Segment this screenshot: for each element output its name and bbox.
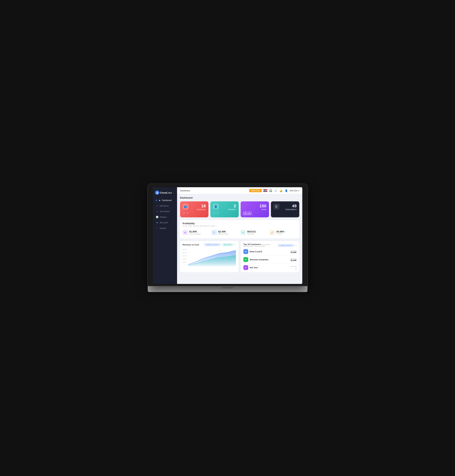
cart-icon[interactable]: 🛒 <box>274 189 278 192</box>
customer-name-at: Aim Tech <box>250 267 258 269</box>
customer-item-at: AT Aim Tech Revenue ... <box>243 265 297 270</box>
user-icon[interactable]: 👤 <box>284 189 288 192</box>
bottom-row: Revenue vs Cost 6 Billing Periods ▾ Micr… <box>180 241 299 272</box>
chevron-right-icon-4: › <box>173 222 174 224</box>
period-filter[interactable]: 6 Billing Periods ▾ <box>204 243 221 246</box>
sidebar-item-analyze[interactable]: 📊 Analyze › <box>154 214 176 220</box>
user-menu[interactable]: John Doe ▾ <box>290 190 299 192</box>
sidebar-nav: ◈ Dashboard ↗ Sell Direct › <box>153 198 177 231</box>
chip-chevron: ▾ <box>218 244 219 246</box>
revenue-label-at: Revenue <box>291 266 297 267</box>
billed-label: Billed Amount <box>218 233 228 235</box>
customer-item-ds: DS Demo S and D Revenue $3.80K <box>243 249 297 256</box>
top-customers-section: Top 10 Customers By revenue May 05, 2022… <box>241 241 299 272</box>
profit-net: ✂ $619.51 ↑ Net Profit <box>241 229 268 236</box>
sell-direct-icon: ↗ <box>156 205 158 207</box>
main-content: Dashboard Take a tour 🇺🇸 🎧 🛒 🔔 👤 John Do… <box>177 187 302 284</box>
customers-header: Top 10 Customers By revenue May 05, 2022… <box>243 243 297 248</box>
customers-delta-up: ↑ 0 <box>186 212 188 214</box>
chart-controls: 6 Billing Periods ▾ Microsoft ▾ ≡ <box>204 243 236 246</box>
customer-name-ac: Awesome Computers <box>250 259 269 261</box>
upload-icon: ↑ <box>156 227 158 229</box>
laptop-screen: ☁ CloudLabs ‹ ◈ Dashboard <box>148 184 308 286</box>
take-tour-button[interactable]: Take a tour <box>249 189 262 192</box>
dashboard-icon: ◈ <box>158 199 161 201</box>
chart-header: Revenue vs Cost 6 Billing Periods ▾ Micr… <box>183 243 236 246</box>
resellers-delta-up: ↑ 0 <box>216 212 219 214</box>
customers-icon: 👥 <box>183 204 189 209</box>
stat-cards-grid: 👥 18 Customers ↓ 0 <box>180 201 299 217</box>
customers-card: 👥 18 Customers ↓ 0 <box>180 201 208 217</box>
chevron-right-icon-2: › <box>173 211 174 212</box>
customers-delta-down: ↓ 0 <box>183 212 185 214</box>
cost-icon: 🏷 <box>183 230 188 235</box>
pct-profit-icon: 📈 <box>270 230 275 235</box>
net-profit-amount: $619.51 <box>247 230 256 233</box>
logo-text: CloudLabs <box>160 191 172 194</box>
revenue-label-ac: Revenue <box>291 258 297 259</box>
resellers-card: 👤 2 Resellers ↓ 0 <box>210 201 239 217</box>
sidebar-label-analyze: Analyze <box>160 216 167 218</box>
sidebar-item-sell-direct[interactable]: ↗ Sell Direct › <box>154 203 176 209</box>
customer-avatar-ac: AC <box>243 257 248 262</box>
sidebar-label-dashboard: Dashboard <box>162 199 172 201</box>
cost-label: Cost on partner <box>189 233 201 235</box>
laptop-base <box>148 286 308 290</box>
revenue-amount-ds: $3.80K <box>291 251 297 253</box>
resellers-count: 2 <box>228 204 236 209</box>
customers-date-range: May 05, 2022 - Nov 04, 2022 <box>243 245 270 247</box>
net-profit-icon: ✂ <box>241 230 246 235</box>
seats-card: 150 Seats <box>241 201 269 217</box>
sidebar-item-microsoft[interactable]: ⊞ Microsoft › <box>154 220 176 225</box>
profit-pct: 📈 34.48% ↑ % Profit <box>270 229 297 236</box>
seats-count: 150 <box>260 204 266 209</box>
laptop-wrapper: ☁ CloudLabs ‹ ◈ Dashboard <box>148 184 308 292</box>
profitability-title: Profitability <box>183 222 297 225</box>
vendor-filter[interactable]: Microsoft ▾ <box>222 243 234 246</box>
customers-list: DS Demo S and D Revenue $3.80K <box>243 249 297 270</box>
sell-indirect-icon: ↗ <box>156 210 158 213</box>
app-screen: ☁ CloudLabs ‹ ◈ Dashboard <box>153 187 302 284</box>
customers-menu-icon[interactable]: ≡ <box>295 244 297 247</box>
revenue-amount-ac: $2.00K <box>291 259 297 261</box>
sidebar-item-upload[interactable]: ↑ Upload <box>154 225 176 231</box>
language-flag-icon[interactable]: 🇺🇸 <box>263 189 267 192</box>
sidebar: ☁ CloudLabs ‹ ◈ Dashboard <box>153 187 177 284</box>
sidebar-label-upload: Upload <box>160 227 166 229</box>
profitability-subtitle: Oct 05, 2022 - Nov 04, 2022 (Nov 07, 202… <box>183 225 297 227</box>
sidebar-item-sell-indirect[interactable]: ↗ Sell Indirect › <box>154 209 176 214</box>
customers-controls: 6 Billing Periods ▾ ≡ <box>277 244 297 247</box>
top-header: Dashboard Take a tour 🇺🇸 🎧 🛒 🔔 👤 John Do… <box>177 187 302 194</box>
page-title: Dashboard <box>180 196 299 199</box>
page-content: Dashboard 👥 18 Customers <box>177 194 302 284</box>
user-dropdown-icon: ▾ <box>298 190 299 192</box>
laptop-bottom <box>148 290 308 292</box>
laptop-notch <box>222 287 233 288</box>
chevron-right-icon: › <box>173 205 174 207</box>
pct-profit-amount: 34.48% <box>276 230 284 233</box>
headset-icon[interactable]: 🎧 <box>269 189 273 192</box>
profit-cost: 🏷 $1.80K Cost on partner <box>183 229 210 236</box>
bell-icon[interactable]: 🔔 <box>279 189 283 192</box>
sidebar-logo: ☁ CloudLabs ‹ <box>153 190 177 198</box>
customer-avatar-ds: DS <box>243 249 248 254</box>
customers-period-filter[interactable]: 6 Billing Periods ▾ <box>277 244 294 247</box>
chart-area: $2.8K $2.4K $2.0K $1.6K $1.2K <box>183 248 236 266</box>
revenue-chart-section: Revenue vs Cost 6 Billing Periods ▾ Micr… <box>180 241 239 272</box>
by-revenue-label: By revenue <box>262 243 270 245</box>
net-profit-label: Net Profit <box>247 233 258 235</box>
nav-active-dot <box>156 200 157 201</box>
profitability-section: Profitability Oct 05, 2022 - Nov 04, 202… <box>180 220 299 238</box>
resellers-icon: 👤 <box>213 204 219 209</box>
app-container: ☁ CloudLabs ‹ ◈ Dashboard <box>153 187 302 284</box>
pct-profit-label: % Profit <box>276 233 286 235</box>
customer-name-ds: Demo S and D <box>250 251 262 253</box>
sidebar-item-dashboard[interactable]: ◈ Dashboard <box>154 198 176 203</box>
chevron-right-icon-3: › <box>173 216 174 218</box>
subscriptions-icon: ☰ <box>274 204 279 209</box>
microsoft-icon: ⊞ <box>156 221 158 224</box>
cost-amount: $1.80K <box>189 230 201 233</box>
logo-collapse-arrow[interactable]: ‹ <box>173 192 174 194</box>
chart-menu-icon[interactable]: ≡ <box>235 243 236 246</box>
sidebar-label-microsoft: Microsoft <box>160 221 168 224</box>
